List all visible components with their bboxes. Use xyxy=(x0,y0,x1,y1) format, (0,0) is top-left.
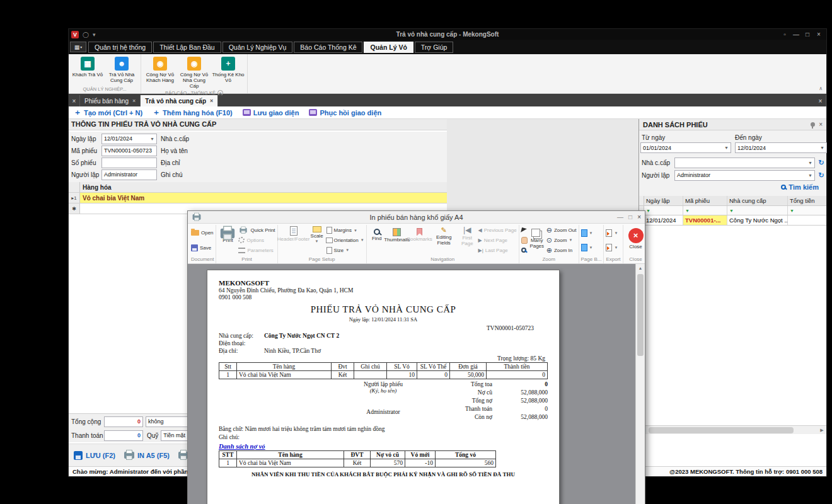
tab-phieu-ban-hang[interactable]: Phiếu bán hàng× xyxy=(80,95,141,106)
ma-phieu-cell[interactable]: TVN00001-... xyxy=(683,215,727,225)
horizontal-scrollbar[interactable]: ◀ ▶ xyxy=(639,425,826,434)
tu-ngay-input[interactable]: 01/01/2024▼ xyxy=(640,142,731,153)
tong-tien-cell[interactable] xyxy=(788,215,826,225)
zoom-tool-button[interactable] xyxy=(521,246,528,255)
ma-phieu-header[interactable]: Mã phiếu xyxy=(683,196,727,205)
nguoi-lap-input[interactable]: Administrator xyxy=(101,169,157,180)
tong-tien-header[interactable]: Tổng tiền xyxy=(788,196,826,205)
hand-tool-button[interactable] xyxy=(521,236,528,244)
nha-cung-cap-cell[interactable]: Công Ty Nước Ngọt ... xyxy=(727,215,788,225)
app-menu-icon[interactable]: ▦▾ xyxy=(70,42,86,52)
add-item-button[interactable]: ＋Thêm hàng hóa (F10) xyxy=(153,107,233,118)
save-button[interactable]: LƯU (F2) xyxy=(74,451,115,460)
pin-icon[interactable] xyxy=(811,122,815,127)
list-row[interactable]: 12/01/2024 TVN00001-... Công Ty Nước Ngọ… xyxy=(639,215,826,226)
tra-vo-nha-cung-cap-button[interactable]: ☻ Trả Vỏ Nhà Cung Cấp xyxy=(105,55,138,86)
zoom-in-button[interactable]: ⊕Zoom In xyxy=(546,246,577,255)
previous-page-button[interactable]: ◀Previous Page xyxy=(478,226,517,234)
refresh-icon[interactable]: ↻ xyxy=(816,159,826,167)
header-footer-button[interactable]: Header/Footer xyxy=(280,225,308,256)
minimize-icon[interactable]: — xyxy=(617,214,623,220)
size-button[interactable]: Size▼ xyxy=(326,246,364,255)
ribbon-tab-thiet-lap[interactable]: Thiết Lập Ban Đầu xyxy=(153,42,221,53)
scroll-right-icon[interactable]: ▶ xyxy=(818,428,826,433)
record-icon[interactable]: ◯ xyxy=(83,32,89,38)
restore-layout-button[interactable]: Phục hồi giao diện xyxy=(309,109,381,117)
preview-area[interactable]: MEKONGSOFT 64 Nguyễn Đình Chiểu, Phường … xyxy=(188,264,645,504)
close-tab-right-icon[interactable]: × xyxy=(815,95,826,106)
close-icon[interactable]: × xyxy=(637,214,641,220)
refresh-icon[interactable]: ↻ xyxy=(816,171,826,180)
parameters-button[interactable]: Parameters xyxy=(238,246,275,255)
save-button[interactable]: Save xyxy=(191,244,214,252)
filter-cell[interactable]: ▼ xyxy=(683,206,727,215)
filter-cell[interactable]: ▼ xyxy=(644,206,683,215)
thanh-toan-input[interactable]: 0 xyxy=(104,430,143,441)
pointer-tool-button[interactable] xyxy=(521,226,528,234)
ngay-lap-header[interactable]: Ngày lập xyxy=(644,196,683,205)
page-color-button[interactable]: ▼ xyxy=(581,229,593,237)
scale-button[interactable]: Scale▼ xyxy=(309,225,325,256)
ribbon-tab-bao-cao[interactable]: Báo Cáo Thống Kê xyxy=(294,42,362,53)
dialog-titlebar[interactable]: In phiếu bán hàng khổ giấy A4 — □ × xyxy=(188,211,645,224)
filter-cell[interactable]: ▼ xyxy=(788,206,826,215)
nguoi-lap-filter-select[interactable]: Administrator▼ xyxy=(674,170,815,181)
thong-ke-kho-vo-button[interactable]: + Thống Kê Kho Vỏ xyxy=(212,55,245,89)
last-page-button[interactable]: ▶|Last Page xyxy=(478,246,517,255)
item-cell[interactable]: Vỏ chai bia Việt Nam xyxy=(80,193,447,203)
ribbon-collapse-icon[interactable]: ∧ xyxy=(819,86,823,91)
close-panel-icon[interactable]: × xyxy=(819,121,823,128)
orientation-button[interactable]: Orientation▼ xyxy=(326,236,364,244)
maximize-icon[interactable]: □ xyxy=(628,214,632,220)
ngay-lap-cell[interactable]: 12/01/2024 xyxy=(644,215,683,225)
chevron-down-icon[interactable]: ▾ xyxy=(93,32,96,38)
ribbon-tab-quan-ly-vo[interactable]: Quản Lý Vỏ xyxy=(364,42,413,53)
scrollbar-thumb[interactable] xyxy=(649,427,794,433)
bookmarks-button[interactable]: Bookmarks xyxy=(409,225,430,256)
send-email-button[interactable]: ▼ xyxy=(606,244,618,252)
margins-button[interactable]: Margins▼ xyxy=(326,226,364,234)
print-button[interactable]: Print xyxy=(218,225,237,256)
ngay-lap-input[interactable]: 12/01/2024▼ xyxy=(101,134,157,144)
ribbon-tab-nghiep-vu[interactable]: Quản Lý Nghiệp Vụ xyxy=(222,42,293,53)
tong-cong-input[interactable]: 0 xyxy=(104,416,143,427)
new-button[interactable]: ＋Tạo mới (Ctrl + N) xyxy=(74,107,142,118)
filter-cell[interactable]: ▼ xyxy=(727,206,788,215)
grid-row[interactable]: ▸1 Vỏ chai bia Việt Nam xyxy=(69,193,447,203)
first-page-button[interactable]: |◀First Page xyxy=(458,225,477,256)
next-page-button[interactable]: ▶Next Page xyxy=(478,236,517,244)
so-phieu-input[interactable] xyxy=(101,158,157,168)
ribbon-tab-tro-giup[interactable]: Trợ Giúp xyxy=(415,42,454,53)
thumbnails-button[interactable]: Thumbnails xyxy=(386,225,408,256)
save-layout-button[interactable]: Lưu giao diện xyxy=(243,109,299,117)
cong-no-vo-khach-hang-button[interactable]: ◉ Công Nợ Vỏ Khách Hàng xyxy=(144,55,176,89)
ma-phieu-input[interactable]: TVN00001-050723 xyxy=(101,146,157,156)
ribbon-tab-quan-tri[interactable]: Quản trị hệ thống xyxy=(88,42,152,53)
close-tab-icon[interactable]: × xyxy=(132,98,136,104)
close-all-tabs-icon[interactable]: × xyxy=(69,95,80,106)
zoom-button[interactable]: ⊙Zoom▼ xyxy=(546,236,577,244)
maximize-icon[interactable]: □ xyxy=(802,31,812,38)
watermark-button[interactable]: ▼ xyxy=(581,244,593,252)
print-a5-button[interactable]: IN A5 (F5) xyxy=(124,452,170,459)
nha-cc-filter-select[interactable]: ▼ xyxy=(674,158,815,168)
close-icon[interactable]: × xyxy=(814,31,824,38)
export-document-button[interactable]: ▼ xyxy=(606,229,618,237)
tab-tra-vo-nha-cung-cap[interactable]: Trả vỏ nhà cung cấp× xyxy=(141,95,218,106)
den-ngay-input[interactable]: 12/01/2024▼ xyxy=(735,142,827,153)
nha-cung-cap-header[interactable]: Nhà cung cấp xyxy=(727,196,788,205)
scroll-up-icon[interactable]: ▲ xyxy=(636,264,645,273)
open-button[interactable]: Open xyxy=(191,229,214,237)
close-tab-icon[interactable]: × xyxy=(210,98,213,104)
cong-no-vo-nha-cung-cap-button[interactable]: ◉ Công Nợ Vỏ Nhà Cung Cấp xyxy=(178,55,211,89)
minimize-icon[interactable]: — xyxy=(791,31,801,38)
close-preview-button[interactable]: ×Close xyxy=(625,225,645,256)
khach-tra-vo-button[interactable]: ▦ Khách Trả Vỏ xyxy=(71,55,104,86)
many-pages-button[interactable]: Many Pages xyxy=(529,225,545,256)
search-button[interactable]: Tìm kiếm xyxy=(781,183,819,191)
options-button[interactable]: Options xyxy=(238,236,275,244)
zoom-out-button[interactable]: ⊖Zoom Out xyxy=(546,226,577,234)
vertical-scrollbar[interactable]: ▲ ▼ xyxy=(635,264,645,504)
editing-fields-button[interactable]: ✎Editing Fields xyxy=(431,225,456,256)
fit-window-icon[interactable]: ▫ xyxy=(780,31,790,38)
